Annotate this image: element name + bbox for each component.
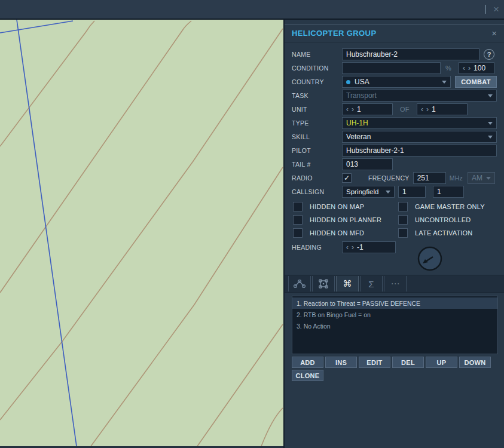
country-select[interactable]: USA — [342, 76, 451, 88]
contour-line — [0, 29, 283, 420]
skill-value: Veteran — [346, 133, 371, 141]
contour-line — [0, 21, 94, 146]
map-canvas[interactable] — [0, 20, 283, 446]
list-item[interactable]: 1. Reaction to Threat = PASSIVE DEFENCE — [292, 297, 497, 309]
callsign-select[interactable]: Springfield — [342, 186, 395, 198]
tail-input[interactable]: 013 — [342, 158, 393, 170]
pilot-input[interactable]: Hubschrauber-2-1 — [342, 145, 497, 157]
heading-value[interactable]: -1 — [357, 243, 364, 251]
of-label: OF — [400, 106, 410, 113]
condition-label: CONDITION — [292, 65, 342, 72]
name-input[interactable]: Hubschrauber-2 — [342, 48, 479, 60]
radio-checkbox[interactable]: ✓ — [342, 173, 352, 183]
unit-row: UNIT ‹ › 1 OF ‹ › 1 — [292, 103, 497, 115]
options-checkbox-grid: HIDDEN ON MAP GAME MASTER ONLY HIDDEN ON… — [293, 202, 499, 241]
checkbox-uncontrolled[interactable]: UNCONTROLLED — [398, 215, 471, 225]
stepper-right-icon[interactable]: › — [352, 244, 354, 251]
checkbox-hidden-on-planner[interactable]: HIDDEN ON PLANNER — [293, 215, 398, 225]
tail-row: TAIL # 013 — [292, 158, 497, 170]
tail-label: TAIL # — [292, 161, 342, 168]
unit-count-value[interactable]: 1 — [357, 105, 361, 113]
sum-icon: Σ — [368, 279, 374, 289]
edit-button[interactable]: EDIT — [359, 357, 390, 368]
route-icon — [293, 279, 306, 289]
down-button[interactable]: DOWN — [459, 357, 491, 368]
ins-button[interactable]: INS — [325, 357, 357, 368]
uncontrolled-label: UNCONTROLLED — [415, 216, 471, 223]
window-close-icon[interactable]: × — [493, 4, 499, 14]
tab-zone[interactable] — [312, 276, 335, 291]
more-icon: ⋯ — [391, 278, 400, 289]
list-item[interactable]: 3. No Action — [292, 320, 497, 332]
callsign-number-input[interactable]: 1 — [398, 186, 426, 198]
late-activation-label: LATE ACTIVATION — [415, 229, 473, 237]
stepper-left-icon[interactable]: ‹ — [463, 65, 465, 72]
type-row: TYPE UH-1H — [292, 117, 497, 129]
tab-more[interactable]: ⋯ — [384, 276, 407, 291]
type-value: UH-1H — [346, 119, 368, 127]
contour-line — [261, 408, 283, 446]
stepper-left-icon[interactable]: ‹ — [421, 106, 423, 113]
zone-icon — [318, 278, 329, 289]
modulation-select[interactable]: AM — [468, 172, 495, 184]
actions-listbox[interactable]: 1. Reaction to Threat = PASSIVE DEFENCE … — [292, 296, 498, 354]
tab-summary[interactable]: Σ — [360, 276, 383, 291]
hidden-on-mfd-checkbox[interactable] — [293, 228, 303, 238]
unit-total-stepper[interactable]: ‹ › 1 — [417, 103, 468, 115]
panel-close-icon[interactable]: × — [491, 28, 497, 38]
chevron-down-icon — [488, 94, 493, 97]
checkbox-hidden-on-map[interactable]: HIDDEN ON MAP — [293, 202, 398, 211]
callsign-row: CALLSIGN Springfield 1 1 — [292, 186, 497, 198]
frequency-label: FREQUENCY — [368, 174, 410, 182]
unit-total-value[interactable]: 1 — [432, 105, 436, 113]
unit-label: UNIT — [292, 106, 342, 113]
callsign-unit-input[interactable]: 1 — [433, 186, 464, 198]
help-button[interactable]: ? — [484, 49, 494, 60]
contour-line — [197, 324, 283, 446]
checkbox-game-master-only[interactable]: GAME MASTER ONLY — [398, 202, 485, 211]
condition-input[interactable] — [342, 62, 441, 74]
titlebar-divider-icon — [485, 5, 486, 14]
stepper-left-icon[interactable]: ‹ — [346, 106, 349, 113]
pilot-row: PILOT Hubschrauber-2-1 — [292, 145, 497, 157]
callsign-label: CALLSIGN — [292, 188, 342, 195]
stepper-left-icon[interactable]: ‹ — [346, 244, 349, 251]
tab-advanced-actions[interactable]: ⌘ — [336, 276, 359, 291]
stepper-right-icon[interactable]: › — [352, 106, 354, 113]
condition-stepper[interactable]: ‹ › 100 — [459, 62, 494, 74]
hidden-on-map-checkbox[interactable] — [293, 202, 303, 211]
list-item[interactable]: 2. RTB on Bingo Fuel = on — [292, 309, 497, 320]
clone-button[interactable]: CLONE — [292, 370, 323, 381]
panel-header: HELICOPTER GROUP × — [285, 24, 504, 42]
hidden-on-planner-checkbox[interactable] — [293, 215, 303, 225]
skill-select[interactable]: Veteran — [342, 131, 497, 143]
unit-count-stepper[interactable]: ‹ › 1 — [342, 103, 393, 115]
late-activation-checkbox[interactable] — [398, 228, 408, 238]
skill-label: SKILL — [292, 133, 342, 140]
type-select[interactable]: UH-1H — [342, 117, 497, 129]
game-master-only-checkbox[interactable] — [398, 202, 408, 211]
country-flag-dot-icon — [346, 80, 350, 84]
game-master-only-label: GAME MASTER ONLY — [415, 203, 485, 210]
task-label: TASK — [292, 92, 342, 99]
skill-row: SKILL Veteran — [292, 131, 497, 143]
task-select[interactable]: Transport — [342, 90, 497, 102]
stepper-right-icon[interactable]: › — [426, 106, 429, 113]
panel-title: HELICOPTER GROUP — [292, 29, 376, 38]
checkbox-hidden-on-mfd[interactable]: HIDDEN ON MFD — [293, 228, 398, 238]
checkbox-late-activation[interactable]: LATE ACTIVATION — [398, 228, 473, 238]
del-button[interactable]: DEL — [392, 357, 424, 368]
chevron-down-icon — [442, 81, 447, 84]
country-label: COUNTRY — [292, 78, 342, 85]
heading-stepper[interactable]: ‹ › -1 — [342, 241, 396, 253]
heading-dial[interactable] — [417, 246, 443, 274]
condition-stepper-value[interactable]: 100 — [474, 64, 485, 72]
stepper-right-icon[interactable]: › — [468, 65, 471, 72]
up-button[interactable]: UP — [426, 357, 457, 368]
radio-label: RADIO — [292, 174, 342, 182]
frequency-input[interactable]: 251 — [413, 172, 446, 184]
uncontrolled-checkbox[interactable] — [398, 215, 408, 225]
combat-button[interactable]: COMBAT — [455, 76, 497, 88]
add-button[interactable]: ADD — [292, 357, 323, 368]
tab-route[interactable] — [288, 276, 311, 291]
